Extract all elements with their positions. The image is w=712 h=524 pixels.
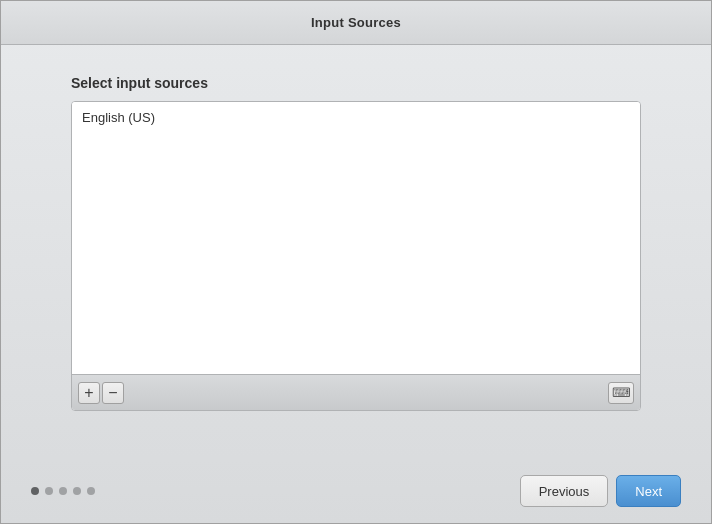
toolbar-right: ⌨ bbox=[608, 382, 634, 404]
input-sources-list-body[interactable]: English (US) bbox=[72, 102, 640, 374]
input-sources-list-container: English (US) + − ⌨ bbox=[71, 101, 641, 411]
pagination-dots bbox=[31, 487, 95, 495]
dot-5 bbox=[87, 487, 95, 495]
dot-2 bbox=[45, 487, 53, 495]
bottom-bar: Previous Next bbox=[1, 459, 711, 523]
dot-3 bbox=[59, 487, 67, 495]
previous-button[interactable]: Previous bbox=[520, 475, 609, 507]
list-toolbar: + − ⌨ bbox=[72, 374, 640, 410]
next-button[interactable]: Next bbox=[616, 475, 681, 507]
content-area: Select input sources English (US) + − ⌨ bbox=[1, 45, 711, 459]
dot-4 bbox=[73, 487, 81, 495]
nav-buttons: Previous Next bbox=[520, 475, 681, 507]
toolbar-left: + − bbox=[78, 382, 124, 404]
window-title: Input Sources bbox=[311, 15, 401, 30]
list-item[interactable]: English (US) bbox=[72, 102, 640, 131]
dot-1 bbox=[31, 487, 39, 495]
add-button[interactable]: + bbox=[78, 382, 100, 404]
keyboard-viewer-button[interactable]: ⌨ bbox=[608, 382, 634, 404]
main-window: Input Sources Select input sources Engli… bbox=[0, 0, 712, 524]
section-label: Select input sources bbox=[71, 75, 641, 91]
remove-button[interactable]: − bbox=[102, 382, 124, 404]
title-bar: Input Sources bbox=[1, 1, 711, 45]
